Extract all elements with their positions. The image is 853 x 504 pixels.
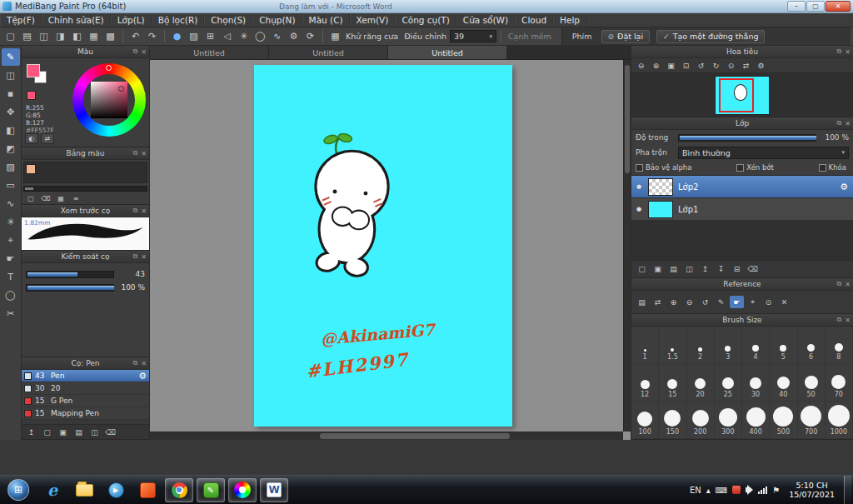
layer-visibility-dot[interactable]: ● (635, 183, 643, 190)
add-layer-icon[interactable]: ▢ (635, 263, 649, 276)
palette-swatch[interactable] (26, 164, 36, 174)
grid-icon[interactable]: ⊞ (202, 29, 218, 44)
delete-layer-icon[interactable]: ⌫ (746, 263, 760, 276)
menu-item-3[interactable]: Lớp(L) (111, 13, 152, 27)
divide-tool[interactable]: ✂ (2, 305, 20, 322)
layer-down-icon[interactable]: ↧ (714, 263, 728, 276)
menu-item-10[interactable]: Cửa sổ(W) (456, 13, 515, 27)
snap-curve-icon[interactable]: ∿ (269, 29, 285, 44)
brush-size-3[interactable]: 3 (715, 327, 742, 364)
brush-size-15[interactable]: 15 (659, 364, 686, 402)
brush-size-400[interactable]: 400 (742, 402, 770, 439)
bucket-tool[interactable]: ◩ (2, 140, 20, 157)
fg-color-swatch[interactable] (27, 64, 40, 77)
eraser-tool[interactable]: ◫ (2, 67, 20, 84)
panel-close-icon[interactable]: ✕ (845, 317, 851, 324)
zoom-out-icon[interactable]: ⊖ (634, 59, 648, 72)
canvas-tab-2[interactable]: Untitled (269, 46, 388, 59)
gradient-tool[interactable]: ▨ (2, 158, 20, 176)
antivirus-icon[interactable] (732, 486, 741, 494)
brush-row-20[interactable]: 3020 (22, 382, 149, 395)
panel-float-icon[interactable]: ⧉ (837, 316, 842, 324)
keyboard-icon[interactable]: ⌨ (716, 486, 727, 495)
brush-opacity-slider[interactable] (26, 284, 114, 292)
horizontal-scrollbar[interactable] (150, 432, 623, 440)
panel-float-icon[interactable]: ⧉ (837, 47, 842, 56)
canvas-tab-3[interactable]: Untitled (388, 46, 507, 59)
pan-tool[interactable]: ☛ (2, 250, 20, 267)
material-panel-icon[interactable]: ▦ (86, 29, 102, 44)
volume-icon[interactable] (746, 487, 748, 492)
navigator-thumbnail[interactable] (716, 77, 769, 114)
color-app-icon[interactable] (228, 478, 257, 502)
add-brush-icon[interactable]: ▢ (40, 426, 54, 438)
picker-tool[interactable]: ⌖ (2, 232, 20, 249)
flip-icon[interactable]: ⇄ (739, 59, 753, 72)
start-button[interactable]: ⊞ (2, 478, 35, 502)
fill-tool[interactable]: ◧ (2, 122, 20, 139)
export-icon[interactable]: ◨ (52, 29, 68, 44)
brush-size-25[interactable]: 25 (715, 364, 742, 402)
rotate-left-icon[interactable]: ↺ (694, 59, 708, 72)
media-player-icon[interactable]: ▶ (102, 478, 130, 502)
ref-swap-icon[interactable]: ⇄ (651, 296, 665, 308)
ref-rotate-icon[interactable]: ↺ (698, 296, 712, 308)
brush-size-1[interactable]: 1 (631, 327, 659, 364)
publish-icon[interactable]: ◧ (69, 29, 85, 44)
panel-close-icon[interactable]: ✕ (845, 281, 851, 288)
chrome-icon[interactable] (165, 478, 193, 502)
windows-explorer-icon[interactable] (70, 478, 98, 502)
brush-size-12[interactable]: 12 (631, 364, 659, 402)
brush-size-6[interactable]: 6 (798, 327, 826, 364)
brush-size-30[interactable]: 30 (742, 364, 770, 402)
panel-close-icon[interactable]: ✕ (141, 150, 147, 157)
brush-row-g-pen[interactable]: 15G Pen (22, 395, 149, 407)
panel-close-icon[interactable]: ✕ (141, 360, 147, 367)
menu-item-6[interactable]: Chụp(N) (252, 13, 302, 27)
brush-size-slider[interactable] (26, 271, 114, 278)
redo-icon[interactable]: ↷ (144, 29, 160, 44)
shape-tool[interactable]: ◯ (2, 287, 20, 304)
brush-folder-icon[interactable]: ▤ (72, 426, 86, 438)
zoom-100-icon[interactable]: ⊡ (679, 59, 693, 72)
language-indicator[interactable]: EN (690, 486, 701, 495)
word-icon[interactable]: W (260, 478, 288, 502)
menu-item-4[interactable]: Bộ lọc(R) (152, 13, 205, 27)
medibang-taskbar-icon[interactable]: ✎ (197, 478, 225, 502)
zoom-in-icon[interactable]: ⊕ (649, 59, 663, 72)
brush-size-1000[interactable]: 1000 (826, 402, 853, 439)
delete-palette-color-icon[interactable]: ⌫ (39, 193, 52, 203)
snap-radial-icon[interactable]: ✳ (236, 29, 252, 44)
brush-size-700[interactable]: 700 (798, 402, 826, 439)
straight-line-button[interactable]: ✓ Tạo một đường thẳng (656, 30, 765, 43)
menu-item-1[interactable]: Tệp(F) (0, 13, 42, 27)
menu-item-8[interactable]: Xem(V) (350, 13, 396, 27)
panel-float-icon[interactable]: ⧉ (133, 359, 138, 367)
close-button[interactable]: ✕ (826, 1, 851, 12)
ref-picker-icon[interactable]: ⌖ (746, 296, 760, 308)
layer-checkbox-1[interactable]: Bảo vệ alpha (636, 163, 691, 172)
delete-brush-icon[interactable]: ⌫ (103, 426, 117, 438)
brush-row-pen[interactable]: 43Pen⚙ (22, 370, 149, 382)
internet-explorer-icon[interactable]: e (38, 478, 67, 502)
brush-row-mapping-pen[interactable]: 15Mapping Pen (22, 407, 149, 420)
ref-pencil-icon[interactable]: ✎ (714, 296, 728, 308)
ref-open-icon[interactable]: ▤ (635, 296, 649, 308)
duplicate-layer-icon[interactable]: ◫ (682, 263, 696, 276)
menu-item-9[interactable]: Công cụ(T) (395, 13, 456, 27)
add-brush-menu-icon[interactable]: ▣ (56, 426, 70, 438)
show-desktop-button[interactable] (844, 476, 851, 504)
settings-grid-icon[interactable]: ▩ (102, 29, 118, 44)
layer-checkbox-2[interactable]: Xén bớt (736, 163, 774, 172)
brush-size-150[interactable]: 150 (659, 402, 686, 439)
app-orange-icon[interactable] (133, 478, 162, 502)
blend-mode-select[interactable]: Bình thường ▾ (678, 147, 849, 159)
navigator-preview[interactable] (631, 73, 853, 117)
snap-settings-icon[interactable]: ⚙ (286, 29, 302, 44)
add-layer-menu-icon[interactable]: ▣ (651, 263, 665, 276)
brush-size-50[interactable]: 50 (798, 364, 826, 402)
brush-size-300[interactable]: 300 (715, 402, 742, 439)
new-canvas-icon[interactable]: ▢ (2, 29, 18, 44)
menu-item-11[interactable]: Cloud (515, 13, 553, 27)
wand-tool[interactable]: ✳ (2, 213, 20, 231)
